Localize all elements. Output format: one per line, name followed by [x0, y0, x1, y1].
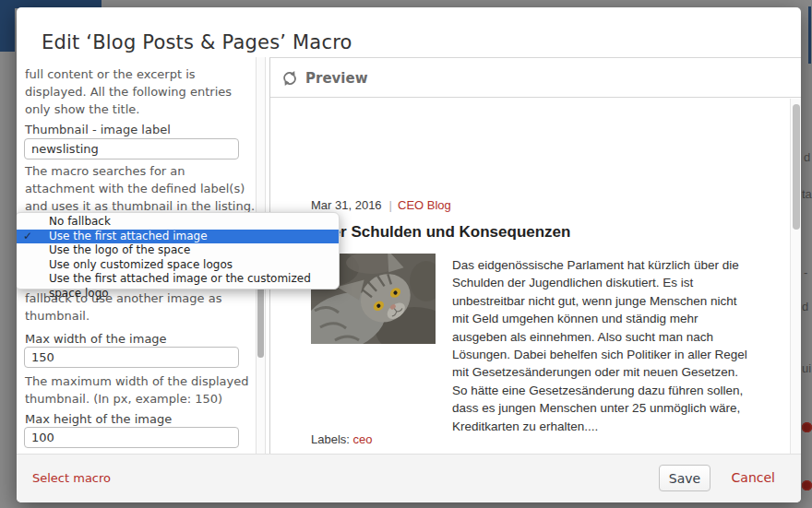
background-red-glyph — [802, 480, 812, 490]
background-header-bar-left — [0, 0, 15, 52]
dialog-header: Edit ‘Blog Posts & Pages’ Macro — [17, 7, 801, 57]
select-macro-link[interactable]: Select macro — [32, 471, 111, 485]
dropdown-option-space-logo[interactable]: Use the logo of the space — [17, 243, 339, 258]
post-body-text: Das eidgenössische Parlament hat kürzlic… — [452, 256, 790, 435]
max-width-help-text: The maximum width of the displayed thumb… — [25, 372, 256, 408]
background-red-glyph — [802, 422, 812, 432]
dropdown-option-label: Use the logo of the space — [49, 243, 190, 256]
post-title-link[interactable]: Über Schulden und Konsequenzen — [311, 223, 570, 242]
preview-scrollbar[interactable] — [790, 99, 801, 454]
cancel-link[interactable]: Cancel — [732, 470, 775, 485]
save-button[interactable]: Save — [659, 465, 710, 491]
post-date: Mar 31, 2016 — [311, 198, 382, 212]
checkmark-icon: ✓ — [23, 230, 42, 244]
dialog-body: full content or the excerpt is displayed… — [17, 57, 801, 454]
thumbnail-label-input[interactable] — [24, 138, 239, 159]
page-title: Edit ‘Blog Posts & Pages’ Macro — [42, 31, 352, 53]
dropdown-option-label: Use the first attached image — [49, 230, 208, 242]
background-text-fragment: d — [804, 150, 810, 164]
max-height-input[interactable] — [24, 427, 239, 448]
refresh-icon[interactable] — [281, 70, 298, 87]
fallback-image-dropdown-menu: No fallback ✓ Use the first attached ima… — [17, 212, 340, 289]
background-header-edge — [808, 6, 811, 64]
dropdown-option-first-attached-image[interactable]: ✓ Use the first attached image — [17, 230, 339, 244]
label-link[interactable]: ceo — [353, 432, 373, 446]
preview-header: Preview — [270, 58, 801, 98]
intro-help-text: full content or the excerpt is displayed… — [25, 65, 256, 118]
preview-title: Preview — [305, 70, 368, 87]
left-panel-scrollbar-thumb[interactable] — [257, 284, 264, 358]
preview-scrollbar-thumb[interactable] — [793, 104, 800, 230]
dropdown-option-first-attached-or-space-logo[interactable]: Use the first attached image or the cust… — [17, 272, 339, 287]
dropdown-option-customized-space-logos[interactable]: Use only customized space logos — [17, 258, 339, 273]
background-text-fragment: ta — [802, 187, 812, 201]
max-width-label: Max width of the image — [25, 332, 167, 346]
post-meta-row: Mar 31, 2016|CEO Blog — [311, 198, 451, 212]
thumbnail-help-text: The macro searches for an attachment wit… — [25, 162, 256, 215]
max-height-label: Max height of the image — [25, 412, 172, 426]
edit-macro-dialog: Edit ‘Blog Posts & Pages’ Macro full con… — [17, 7, 801, 502]
labels-caption: Labels: — [311, 432, 350, 446]
max-width-input[interactable] — [24, 347, 239, 368]
dropdown-option-no-fallback[interactable]: No fallback — [17, 215, 339, 230]
background-text-fragment: - — [804, 266, 807, 279]
dropdown-option-label: No fallback — [49, 215, 111, 228]
preview-panel: Preview Mar 31, 2016|CEO Blog Über Schul… — [269, 57, 801, 454]
thumbnail-label: Thumbnail - image label — [25, 123, 171, 136]
background-text-fragment: d — [802, 300, 808, 313]
post-labels-row: Labels: ceo — [311, 432, 373, 446]
preview-content: Mar 31, 2016|CEO Blog Über Schulden und … — [270, 99, 790, 454]
dropdown-option-label: Use only customized space logos — [49, 258, 233, 271]
blog-link[interactable]: CEO Blog — [398, 198, 451, 212]
background-text-fragment: ui — [802, 361, 811, 375]
meta-separator: | — [382, 198, 398, 212]
dialog-footer: Select macro Save Cancel — [17, 454, 801, 502]
